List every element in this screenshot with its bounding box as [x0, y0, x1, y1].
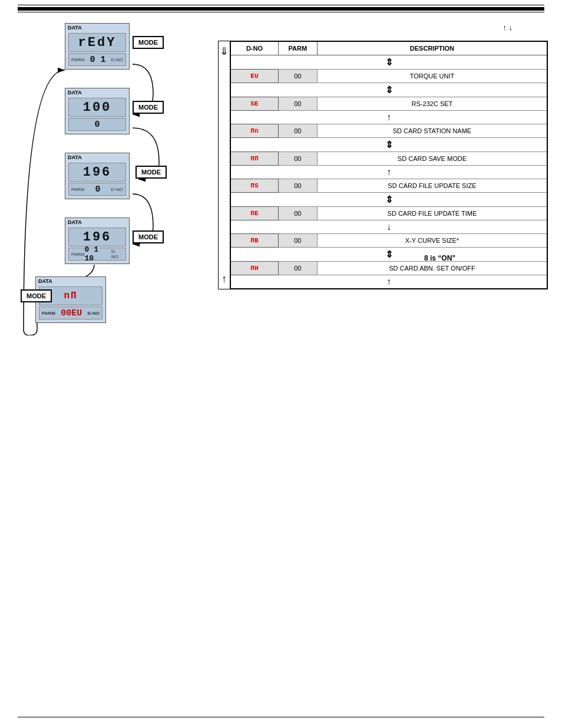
display-1-bottom-screen: PARM 0 1 D-NO — [68, 53, 126, 66]
mode-button-4[interactable]: MODE — [133, 230, 164, 243]
table-row: EU 00 TORQUE UNIT — [230, 70, 547, 83]
display-1-data-label: DATA — [68, 25, 82, 31]
left-diagrams: DATA rEdY PARM 0 1 D-NO MODE DATA 100 0 — [18, 23, 206, 330]
col-header-description: DESCRIPTION — [317, 41, 547, 55]
display-3-data-label: DATA — [68, 154, 82, 160]
table-with-nav: ⇓ ↑ D-NO PARM DESCRIPTION ⇕ — [218, 41, 548, 289]
display-2-data-label: DATA — [68, 90, 82, 95]
display-4-data-label: DATA — [68, 219, 82, 225]
mode-button-2[interactable]: MODE — [133, 101, 164, 114]
display-3-bottom-screen: PARM 0 D-NO — [68, 183, 126, 196]
arrow-row-7: ↓ — [230, 220, 547, 234]
parm-cell-nt: 00 — [278, 207, 317, 220]
dno-cell-eu: EU — [230, 70, 278, 83]
desc-cell-se: RS-232C SET — [317, 97, 547, 111]
display-4-top-screen: 196 — [68, 228, 126, 246]
parm-cell-nh: 00 — [278, 262, 317, 275]
display-4-dno: D-NO — [111, 249, 123, 259]
mode-button-3[interactable]: MODE — [135, 166, 167, 179]
desc-cell-nnn: SD CARD SAVE MODE — [317, 152, 547, 166]
parm-cell-se: 00 — [278, 97, 317, 111]
nav-arrows-text: ↑ ↓ — [218, 23, 548, 32]
display-2: DATA 100 0 — [65, 88, 130, 134]
arrow-row-8: ⇕ — [230, 248, 547, 262]
desc-cell-eu: TORQUE UNIT — [317, 70, 547, 83]
display-5-dno: D-NO — [88, 311, 100, 316]
parm-cell-ns: 00 — [278, 179, 317, 193]
arrow-row-2: ⇕ — [230, 83, 547, 97]
display-4-bottom-screen: PARM 0 1 10 D-NO — [68, 248, 126, 261]
display-3-dno: D-NO — [111, 187, 123, 192]
display-4: DATA 196 PARM 0 1 10 D-NO — [65, 218, 130, 264]
dno-cell-nb: ПB — [230, 234, 278, 248]
ud-arrow-1: ⇕ — [230, 55, 547, 70]
desc-cell-nt: SD CARD FILE UPDATE TIME — [317, 207, 547, 220]
dno-cell-nh: ПH — [230, 262, 278, 275]
parameter-table: D-NO PARM DESCRIPTION ⇕ EU 00 — [230, 41, 548, 289]
ud-arrow-6: ⇕ — [230, 193, 547, 207]
display-3-parm: PARM — [71, 187, 85, 192]
display-1-parm: PARM — [71, 57, 85, 62]
arrow-row-1: ⇕ — [230, 55, 547, 70]
ud-arrow-7: ↓ — [230, 220, 547, 234]
top-decorative-lines — [0, 0, 562, 12]
parm-cell-eu: 00 — [278, 70, 317, 83]
display-2-bottom-screen: 0 — [68, 118, 126, 131]
arrow-row-5: ↑ — [230, 166, 547, 179]
diagrams-area: DATA rEdY PARM 0 1 D-NO MODE DATA 100 0 — [18, 23, 200, 330]
col-header-parm: PARM — [278, 41, 317, 55]
ud-arrow-8: ⇕ — [230, 248, 547, 262]
arrow-row-9: ↑ — [230, 275, 547, 289]
table-row: SE 00 RS-232C SET — [230, 97, 547, 111]
dno-cell-nnn: ПП — [230, 152, 278, 166]
display-2-top-screen: 100 — [68, 98, 126, 117]
parm-cell-nnn: 00 — [278, 152, 317, 166]
display-5-bottom-screen: PARM 00EU D-NO — [39, 307, 103, 319]
main-content: DATA rEdY PARM 0 1 D-NO MODE DATA 100 0 — [0, 12, 562, 330]
col-header-dno: D-NO — [230, 41, 278, 55]
dno-cell-se: SE — [230, 97, 278, 111]
desc-cell-nn: SD CARD STATION NAME — [317, 124, 547, 138]
down-arrow-icon: ⇓ — [220, 45, 229, 58]
dno-cell-nt: ПE — [230, 207, 278, 220]
desc-cell-nb: X-Y CURVE SIZE* — [317, 234, 547, 248]
table-row: ПE 00 SD CARD FILE UPDATE TIME — [230, 207, 547, 220]
table-row: ПH 00 SD CARD ABN. SET ON/OFF — [230, 262, 547, 275]
arrow-row-4: ⇕ — [230, 138, 547, 152]
up-arrow-icon: ↑ — [222, 273, 227, 285]
ud-arrow-9: ↑ — [230, 275, 547, 289]
top-thick-line — [18, 7, 544, 11]
right-content: ↑ ↓ ⇓ ↑ D-NO PARM DESCRIPTION — [206, 23, 548, 330]
display-3-top-screen: 196 — [68, 163, 126, 182]
table-row: ПS 00 SD CARD FILE UPDATE SIZE — [230, 179, 547, 193]
parm-cell-nb: 00 — [278, 234, 317, 248]
table-row: ПП 00 SD CARD SAVE MODE — [230, 152, 547, 166]
mode-button-1[interactable]: MODE — [133, 36, 164, 49]
mode-button-5[interactable]: MODE — [21, 289, 52, 302]
table-row: Пn 00 SD CARD STATION NAME — [230, 124, 547, 138]
display-1-top-screen: rEdY — [68, 33, 126, 52]
ud-arrow-3: ↑ — [230, 111, 547, 124]
ud-arrow-5: ↑ — [230, 166, 547, 179]
top-thin-line-1 — [18, 5, 544, 5]
display-5-parm: PARM — [42, 311, 55, 316]
table-left-arrow: ⇓ ↑ — [218, 41, 230, 289]
ud-arrow-2: ⇕ — [230, 83, 547, 97]
arrow-row-6: ⇕ — [230, 193, 547, 207]
desc-cell-ns: SD CARD FILE UPDATE SIZE — [317, 179, 547, 193]
dno-cell-nn: Пn — [230, 124, 278, 138]
parm-cell-nn: 00 — [278, 124, 317, 138]
bottom-line — [18, 717, 544, 717]
dno-cell-ns: ПS — [230, 179, 278, 193]
display-3: DATA 196 PARM 0 D-NO — [65, 153, 130, 199]
table-row: ПB 00 X-Y CURVE SIZE* — [230, 234, 547, 248]
display-1-dno: D-NO — [111, 57, 123, 62]
display-5-data-label: DATA — [38, 278, 52, 284]
ud-arrow-4: ⇕ — [230, 138, 547, 152]
table-header-row: D-NO PARM DESCRIPTION — [230, 41, 547, 55]
display-1: DATA rEdY PARM 0 1 D-NO — [65, 23, 130, 70]
arrow-row-3: ↑ — [230, 111, 547, 124]
desc-cell-nh: SD CARD ABN. SET ON/OFF — [317, 262, 547, 275]
display-4-parm: PARM — [71, 252, 85, 257]
